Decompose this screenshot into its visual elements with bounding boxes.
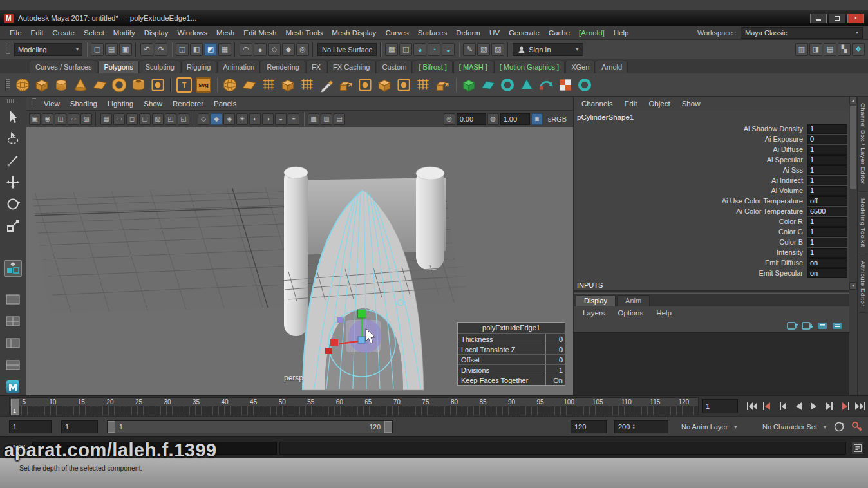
maximize-button[interactable] (829, 14, 845, 23)
inputs-section-label[interactable]: INPUTS (574, 279, 849, 291)
shelf-tab-mash[interactable]: [ MASH ] (453, 61, 493, 73)
playback-options-icon[interactable] (833, 421, 845, 434)
shelf-tab-arnold[interactable]: Arnold (596, 61, 628, 73)
go-to-end-button[interactable] (853, 399, 867, 414)
shelf-tab-xgen[interactable]: XGen (565, 61, 595, 73)
current-frame-field[interactable]: 1 (702, 399, 738, 413)
select-hierarchy-icon[interactable]: ◱ (176, 43, 189, 56)
field-chart-icon[interactable]: ▧ (152, 113, 164, 125)
character-set-selector[interactable]: No Character Set ▾ (759, 420, 830, 433)
select-object-icon[interactable]: ◧ (190, 43, 203, 56)
shelf-tab-motion-graphics[interactable]: [ Motion Graphics ] (494, 61, 565, 73)
range-slider[interactable]: 1 120 (107, 420, 393, 433)
layout-persp-outliner-button[interactable] (4, 335, 22, 352)
bevel-icon[interactable] (356, 76, 374, 94)
attr-row[interactable]: Emit Diffuseon (574, 258, 849, 268)
workspace-layout-icon[interactable]: ❖ (852, 43, 865, 56)
x-axis-handle[interactable] (330, 339, 338, 346)
quad-draw-icon[interactable] (414, 76, 432, 94)
shelf-tab-rigging[interactable]: Rigging (181, 61, 216, 73)
prev-key-button[interactable] (760, 399, 775, 414)
workspace-selector[interactable]: Maya Classic ▾ (741, 27, 863, 39)
poly-extrude-hud[interactable]: polyExtrudeEdge1 Thickness 0 Local Trans… (457, 322, 565, 386)
hud-row-divisions[interactable]: Divisions 1 (458, 364, 565, 375)
tab-attribute-editor[interactable]: Attribute Editor (859, 254, 867, 314)
grip-handle[interactable] (6, 44, 10, 55)
append-polygon-icon[interactable] (317, 76, 335, 94)
color-management-toggle-icon[interactable]: ◙ (531, 113, 543, 125)
shelf-tab-sculpting[interactable]: Sculpting (140, 61, 180, 73)
cb-menu-object[interactable]: Object (643, 99, 675, 109)
combine-icon[interactable] (259, 76, 278, 94)
separate-icon[interactable] (279, 76, 297, 94)
attr-value-field[interactable]: on (807, 258, 847, 268)
layers-menu[interactable]: Layers (578, 308, 610, 317)
go-to-start-button[interactable] (744, 399, 759, 414)
tab-modeling-toolkit[interactable]: Modeling Toolkit (859, 192, 867, 254)
attr-row[interactable]: Ai Specular1 (574, 155, 849, 165)
render-settings-icon[interactable]: ◒ (442, 43, 455, 56)
redo-icon[interactable]: ↷ (155, 43, 167, 56)
timeline-track[interactable] (10, 406, 698, 415)
menu-file[interactable]: File (5, 28, 26, 38)
tab-channel-box-layer-editor[interactable]: Channel Box / Layer Editor (859, 97, 867, 192)
cb-menu-show[interactable]: Show (677, 99, 706, 109)
animation-start-field[interactable]: 1 (9, 420, 52, 433)
shaded-icon[interactable]: ◆ (211, 113, 222, 125)
create-layer-from-selected-icon[interactable] (831, 321, 843, 330)
mash-network-icon[interactable] (460, 76, 478, 94)
menu-modify[interactable]: Modify (109, 28, 140, 38)
gamma-field[interactable]: 1.00 (500, 113, 530, 125)
menu-uv[interactable]: UV (485, 28, 504, 38)
extrude-icon[interactable] (337, 76, 355, 94)
gamma-icon[interactable]: ◍ (487, 113, 499, 125)
poly-sphere-icon[interactable] (14, 76, 32, 94)
panel-menu-shading[interactable]: Shading (65, 99, 102, 109)
attr-row[interactable]: Ai Shadow Density1 (574, 124, 849, 134)
panel-menu-lighting[interactable]: Lighting (102, 99, 138, 109)
select-tool-button[interactable] (4, 108, 22, 125)
shelf-tab-animation[interactable]: Animation (217, 61, 260, 73)
hud-row-offset[interactable]: Offset 0 (458, 354, 565, 364)
attr-value-field[interactable]: 6500 (807, 207, 847, 216)
paint-select-tool-button[interactable] (4, 152, 22, 169)
panel-menu-renderer[interactable]: Renderer (167, 99, 209, 109)
uv-checker-icon[interactable] (556, 76, 574, 94)
construction-history-icon[interactable]: ▩ (385, 43, 398, 56)
y-axis-handle[interactable] (358, 310, 366, 318)
scrollbar-thumb[interactable] (850, 106, 856, 189)
make-live-icon[interactable]: ◎ (296, 43, 309, 56)
shelf-tab-rendering[interactable]: Rendering (261, 61, 305, 73)
grid-toggle-icon[interactable]: ▦ (100, 113, 112, 125)
attr-value-field[interactable]: 1 (807, 165, 847, 175)
svg-tool-icon[interactable]: svg (194, 76, 212, 94)
scroll-down-icon[interactable]: ▼ (849, 282, 857, 290)
menu-help[interactable]: Help (609, 28, 634, 38)
move-layer-up-icon[interactable] (787, 321, 798, 330)
auto-keyframe-button[interactable] (851, 421, 863, 434)
bifrost-aero-icon[interactable] (498, 76, 516, 94)
safe-title-icon[interactable]: ◱ (178, 113, 189, 125)
multisample-icon[interactable]: ◓ (288, 113, 299, 125)
move-tool-button[interactable] (4, 174, 22, 191)
attr-value-field[interactable]: 1 (807, 145, 847, 155)
step-forward-button[interactable] (822, 399, 836, 414)
hud-row-local-translate-z[interactable]: Local Translate Z 0 (458, 344, 565, 354)
toolbox-settings-icon[interactable]: ▧ (477, 43, 490, 56)
hud-value[interactable]: On (545, 375, 565, 385)
tab-display[interactable]: Display (576, 295, 616, 306)
xray-icon[interactable]: ▥ (321, 113, 332, 125)
gate-mask-icon[interactable]: ▢ (139, 113, 151, 125)
shelf-tab-polygons[interactable]: Polygons (98, 61, 138, 73)
menu-create[interactable]: Create (48, 28, 79, 38)
layout-single-pane-button[interactable] (4, 291, 22, 308)
paint-effects-icon[interactable]: ✎ (463, 43, 476, 56)
grip-handle[interactable] (7, 99, 19, 103)
attr-row[interactable]: Color G1 (574, 227, 849, 237)
wireframe-icon[interactable]: ◇ (198, 113, 209, 125)
right-pillar-mesh[interactable] (416, 167, 444, 270)
bifrost-liquid-icon[interactable] (479, 76, 497, 94)
exposure-icon[interactable]: ◎ (444, 113, 455, 125)
step-back-button[interactable] (775, 399, 790, 414)
snap-to-grid-icon[interactable]: ▦ (218, 43, 231, 56)
